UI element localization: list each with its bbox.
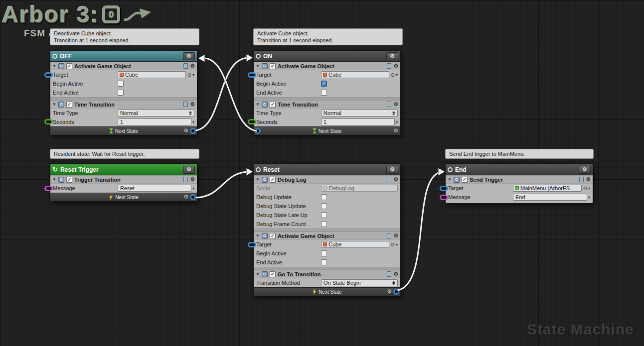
debug-state-update-checkbox[interactable] <box>321 203 327 209</box>
state-node-end[interactable]: End ⚙ ▼ C ✓ Send Trigger ⚙ Target MainMe… <box>445 164 593 204</box>
behaviour-enabled-checkbox[interactable]: ✓ <box>66 177 72 183</box>
state-header[interactable]: ON ⚙ <box>254 51 400 62</box>
debug-update-checkbox[interactable] <box>321 194 327 200</box>
behaviour-enabled-checkbox[interactable]: ✓ <box>66 102 72 108</box>
object-field-target[interactable]: Cube <box>118 71 186 78</box>
gameobject-input-port[interactable] <box>248 242 256 247</box>
foldout-triangle-icon[interactable]: ▼ <box>256 64 260 68</box>
debug-state-late-update-checkbox[interactable] <box>321 212 327 218</box>
object-field-target[interactable]: MainMenu (ArborFS <box>513 185 582 192</box>
field-dropdown-icon[interactable]: ▾ <box>396 120 398 124</box>
next-state-bar[interactable]: Next State ⚙ <box>50 193 197 201</box>
float-input-port[interactable] <box>248 119 256 124</box>
doc-icon[interactable] <box>183 177 188 182</box>
dropdown-arrow-icon[interactable]: ▾ <box>396 73 398 77</box>
doc-icon[interactable] <box>387 271 391 277</box>
object-picker-icon[interactable]: ⊙ <box>391 242 395 247</box>
end-active-checkbox[interactable] <box>321 259 327 265</box>
field-dropdown-icon[interactable]: ▾ <box>192 186 194 191</box>
state-node-on[interactable]: ON ⚙ ▼ C ✓ Activate Game Object ⚙ Target… <box>253 50 401 135</box>
behaviour-header[interactable]: ▼ C ✓ Time Transition ⚙ <box>50 100 197 109</box>
state-node-reset-trigger[interactable]: ↻ Reset Trigger ⚙ ▼ C ✓ Trigger Transiti… <box>50 164 197 202</box>
gear-icon[interactable]: ⚙ <box>393 177 398 182</box>
foldout-triangle-icon[interactable]: ▼ <box>256 177 260 182</box>
foldout-triangle-icon[interactable]: ▼ <box>52 102 56 107</box>
gameobject-input-port[interactable] <box>440 186 448 191</box>
field-dropdown-icon[interactable]: ▾ <box>192 120 194 124</box>
transition-output-port[interactable] <box>190 128 196 134</box>
end-active-checkbox[interactable] <box>118 90 124 96</box>
doc-icon[interactable] <box>387 102 391 107</box>
behaviour-enabled-checkbox[interactable]: ✓ <box>66 63 72 69</box>
behaviour-enabled-checkbox[interactable]: ✓ <box>462 177 468 183</box>
begin-active-checkbox[interactable]: ✓ <box>321 81 327 87</box>
comment-off[interactable]: Deactivate Cube object. Transition at 1 … <box>50 28 199 45</box>
wire-resettrigger-to-reset[interactable] <box>196 172 248 198</box>
behaviour-header[interactable]: ▼ C ✓ Go To Transition ⚙ <box>254 270 400 278</box>
behaviour-header[interactable]: ▼ C ✓ Debug Log ⚙ <box>254 175 400 184</box>
seconds-field[interactable]: 1 <box>118 118 191 125</box>
wire-off-to-on[interactable] <box>196 58 248 130</box>
foldout-triangle-icon[interactable]: ▼ <box>256 102 260 107</box>
popup-transition-method[interactable]: On State Begin <box>321 279 398 286</box>
begin-active-checkbox[interactable] <box>118 81 124 87</box>
object-field-target[interactable]: Cube <box>321 241 389 248</box>
gear-icon[interactable]: ⚙ <box>393 102 398 107</box>
gear-icon[interactable]: ⚙ <box>190 63 195 69</box>
message-field[interactable]: Reset <box>118 185 191 192</box>
debug-frame-count-checkbox[interactable] <box>321 221 327 227</box>
state-settings-button[interactable]: ⚙ <box>183 52 195 60</box>
foldout-triangle-icon[interactable]: ▼ <box>448 177 452 182</box>
behaviour-header[interactable]: ▼ C ✓ Send Trigger ⚙ <box>446 175 593 184</box>
state-node-reset[interactable]: Reset ⚙ ▼ C ✓ Debug Log ⚙ Script DebugLo… <box>253 164 401 296</box>
gear-icon[interactable]: ⚙ <box>387 289 392 294</box>
foldout-triangle-icon[interactable]: ▼ <box>52 177 56 182</box>
doc-icon[interactable] <box>183 102 188 107</box>
state-settings-button[interactable]: ⚙ <box>183 166 195 174</box>
doc-icon[interactable] <box>387 177 391 182</box>
gear-icon[interactable]: ⚙ <box>393 271 398 277</box>
graph-canvas[interactable]: Arbor 3: FSM & BT Graph Editor State Mac… <box>0 0 644 346</box>
dropdown-arrow-icon[interactable]: ▾ <box>588 186 590 191</box>
dropdown-arrow-icon[interactable]: ▾ <box>396 242 398 247</box>
transition-output-port[interactable] <box>255 128 261 134</box>
doc-icon[interactable] <box>183 63 188 69</box>
next-state-bar[interactable]: Next State ⚙ <box>254 126 400 135</box>
dropdown-arrow-icon[interactable]: ▾ <box>192 73 194 77</box>
gear-icon[interactable]: ⚙ <box>183 194 188 200</box>
object-picker-icon[interactable]: ⊙ <box>391 72 395 78</box>
gear-icon[interactable]: ⚙ <box>586 177 591 182</box>
behaviour-header[interactable]: ▼ C ✓ Activate Game Object ⚙ <box>254 231 400 240</box>
message-field[interactable]: End <box>513 194 587 201</box>
wire-reset-to-end[interactable] <box>398 172 440 290</box>
behaviour-enabled-checkbox[interactable]: ✓ <box>270 271 276 277</box>
state-header[interactable]: OFF ⚙ <box>50 51 197 62</box>
state-settings-button[interactable]: ⚙ <box>579 166 591 174</box>
behaviour-header[interactable]: ▼ C ✓ Trigger Transition ⚙ <box>50 175 197 184</box>
field-dropdown-icon[interactable]: ▾ <box>588 195 590 200</box>
foldout-triangle-icon[interactable]: ▼ <box>52 64 56 68</box>
object-picker-icon[interactable]: ⊙ <box>583 186 587 191</box>
next-state-bar[interactable]: Next State ⚙ <box>254 287 400 296</box>
gear-icon[interactable]: ⚙ <box>393 63 398 69</box>
popup-time-type[interactable]: Normal <box>118 110 194 116</box>
gear-icon[interactable]: ⚙ <box>393 128 398 133</box>
string-input-port[interactable] <box>44 186 53 191</box>
behaviour-header[interactable]: ▼ C ✓ Activate Game Object ⚙ <box>254 62 400 70</box>
state-header[interactable]: End ⚙ <box>446 164 593 175</box>
string-input-port[interactable] <box>440 195 448 200</box>
float-input-port[interactable] <box>44 119 53 124</box>
gear-icon[interactable]: ⚙ <box>393 233 398 238</box>
comment-end[interactable]: Send End trigger to MainMenu. <box>445 149 594 159</box>
begin-active-checkbox[interactable] <box>321 250 327 256</box>
popup-time-type[interactable]: Normal <box>321 110 398 116</box>
gameobject-input-port[interactable] <box>44 72 53 78</box>
behaviour-enabled-checkbox[interactable]: ✓ <box>270 177 276 183</box>
behaviour-enabled-checkbox[interactable]: ✓ <box>270 63 276 69</box>
gear-icon[interactable]: ⚙ <box>183 128 188 133</box>
transition-output-port[interactable] <box>393 289 399 295</box>
object-field-target[interactable]: Cube <box>321 71 389 78</box>
comment-on[interactable]: Activate Cube object. Transition at 1 se… <box>253 28 403 45</box>
transition-output-port[interactable] <box>190 194 196 200</box>
seconds-field[interactable]: 1 <box>321 118 395 125</box>
